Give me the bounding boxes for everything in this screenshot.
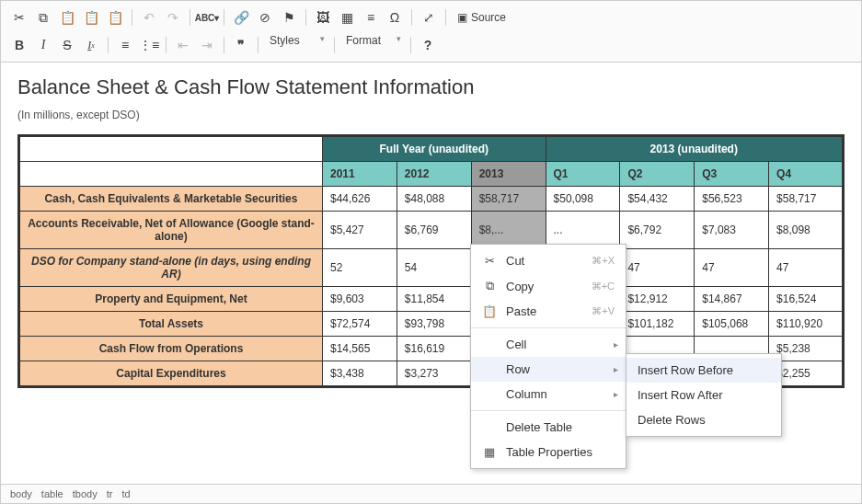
data-cell[interactable]: $7,083 — [695, 212, 769, 249]
table-icon[interactable]: ▦ — [336, 6, 358, 29]
col-header-selected: 2013 — [471, 162, 546, 187]
content-area[interactable]: Balance Sheet & Cash Flow Statement Info… — [1, 63, 861, 487]
data-cell[interactable]: 47 — [769, 249, 844, 287]
redo-icon[interactable]: ↷ — [162, 6, 184, 29]
image-icon[interactable]: 🖼 — [312, 6, 334, 29]
ctx-insert-row-before[interactable]: Insert Row Before — [626, 358, 781, 383]
path-segment[interactable]: body — [10, 488, 32, 499]
bold-icon[interactable]: B — [8, 34, 30, 56]
ctx-cut[interactable]: ✂ Cut ⌘+X — [471, 248, 626, 273]
data-cell[interactable]: $14,867 — [695, 287, 769, 312]
data-cell[interactable]: $93,798 — [397, 312, 471, 337]
data-cell[interactable]: 47 — [695, 249, 769, 287]
cut-icon[interactable]: ✂ — [8, 6, 30, 29]
data-cell[interactable]: $3,438 — [323, 361, 397, 387]
paste-word-icon[interactable]: 📋 — [104, 6, 126, 29]
data-cell[interactable]: $44,626 — [323, 187, 397, 212]
ctx-delete-rows[interactable]: Delete Rows — [626, 407, 781, 432]
data-cell[interactable]: $14,565 — [323, 337, 397, 361]
data-cell[interactable]: $16,524 — [769, 287, 844, 312]
ctx-label: Copy — [506, 280, 582, 293]
ctx-copy[interactable]: ⧉ Copy ⌘+C — [471, 273, 626, 299]
table-row[interactable]: DSO for Company stand-alone (in days, us… — [19, 249, 844, 287]
italic-icon[interactable]: I — [32, 34, 54, 56]
strike-icon[interactable]: S — [56, 34, 78, 56]
balance-sheet-table[interactable]: Full Year (unaudited) 2013 (unaudited) 2… — [17, 134, 845, 388]
row-label: Capital Expenditures — [19, 361, 323, 387]
data-cell[interactable]: $6,792 — [620, 212, 695, 249]
separator — [334, 37, 335, 53]
data-cell[interactable]: $50,098 — [546, 187, 620, 212]
copy-icon[interactable]: ⧉ — [32, 6, 54, 29]
ctx-cell[interactable]: Cell — [471, 332, 626, 357]
data-cell[interactable]: $6,769 — [397, 212, 471, 249]
undo-icon[interactable]: ↶ — [138, 6, 160, 29]
link-icon[interactable]: 🔗 — [230, 6, 252, 29]
ctx-column[interactable]: Column — [471, 382, 626, 407]
table-row[interactable]: Cash, Cash Equivalents & Marketable Secu… — [19, 187, 844, 212]
removeformat-icon[interactable]: Ix — [80, 34, 102, 56]
context-menu[interactable]: ✂ Cut ⌘+X ⧉ Copy ⌘+C 📋 Paste ⌘+V Cell — [470, 244, 626, 469]
unlink-icon[interactable]: ⊘ — [254, 6, 276, 29]
path-segment[interactable]: tbody — [73, 488, 98, 499]
data-cell[interactable]: $48,088 — [397, 187, 471, 212]
path-segment[interactable]: tr — [107, 488, 113, 499]
ctx-label: Insert Row Before — [638, 363, 770, 377]
path-segment[interactable]: td — [121, 488, 130, 499]
separator — [108, 37, 109, 53]
data-cell-selected[interactable]: $58,717 — [471, 187, 546, 212]
format-combo[interactable]: Format — [340, 34, 405, 56]
row-label: Property and Equipment, Net — [19, 287, 323, 312]
maximize-icon[interactable]: ⤢ — [418, 6, 440, 29]
data-cell[interactable]: $58,717 — [769, 187, 844, 212]
row-label: Accounts Receivable, Net of Allowance (G… — [19, 212, 323, 249]
data-cell[interactable]: $16,619 — [397, 337, 471, 361]
outdent-icon[interactable]: ⇤ — [172, 34, 194, 56]
data-cell[interactable]: $110,920 — [769, 312, 844, 337]
separator — [411, 9, 412, 26]
hr-icon[interactable]: ≡ — [360, 6, 382, 29]
data-cell[interactable]: $5,427 — [323, 212, 397, 249]
data-cell[interactable]: $12,912 — [620, 287, 695, 312]
data-cell[interactable]: $56,523 — [695, 187, 769, 212]
table-row[interactable]: Accounts Receivable, Net of Allowance (G… — [19, 212, 844, 249]
about-icon[interactable]: ? — [417, 34, 439, 56]
indent-icon[interactable]: ⇥ — [196, 34, 218, 56]
ctx-insert-row-after[interactable]: Insert Row After — [626, 383, 781, 407]
table-row[interactable]: Total Assets $72,574 $93,798 $1 $101,182… — [19, 312, 844, 337]
table-icon: ▦ — [482, 445, 497, 459]
ctx-delete-table[interactable]: Delete Table — [471, 415, 626, 440]
table-row[interactable]: Property and Equipment, Net $9,603 $11,8… — [19, 287, 844, 312]
data-cell[interactable]: $105,068 — [695, 312, 769, 337]
data-cell[interactable]: $3,273 — [397, 361, 471, 387]
data-cell[interactable]: $101,182 — [620, 312, 695, 337]
ctx-table-properties[interactable]: ▦ Table Properties — [471, 440, 626, 464]
row-submenu[interactable]: Insert Row Before Insert Row After Delet… — [626, 353, 782, 437]
data-cell[interactable]: 54 — [397, 249, 471, 287]
paste-icon: 📋 — [482, 304, 497, 318]
toolbar-row-2: B I S Ix ≡ ⋮≡ ⇤ ⇥ ❞ Styles Format ? — [8, 32, 854, 58]
data-cell[interactable]: 47 — [620, 249, 695, 287]
data-cell[interactable]: $9,603 — [323, 287, 397, 312]
ctx-shortcut: ⌘+C — [592, 281, 615, 292]
paste-text-icon[interactable]: 📋 — [80, 6, 102, 29]
numberedlist-icon[interactable]: ≡ — [114, 34, 136, 56]
row-label: Cash Flow from Operations — [19, 337, 323, 361]
blockquote-icon[interactable]: ❞ — [230, 34, 252, 56]
spellcheck-icon[interactable]: ABС▾ — [196, 6, 218, 29]
data-cell[interactable]: $54,432 — [620, 187, 695, 212]
data-cell[interactable]: $11,854 — [397, 287, 471, 312]
source-button[interactable]: ▣ Source — [452, 6, 511, 29]
styles-combo[interactable]: Styles — [264, 34, 328, 56]
separator — [132, 9, 132, 26]
anchor-icon[interactable]: ⚑ — [278, 6, 300, 29]
ctx-row[interactable]: Row Insert Row Before Insert Row After D… — [471, 357, 626, 382]
ctx-paste[interactable]: 📋 Paste ⌘+V — [471, 299, 626, 324]
data-cell[interactable]: $72,574 — [323, 312, 397, 337]
paste-icon[interactable]: 📋 — [56, 6, 78, 29]
specialchar-icon[interactable]: Ω — [384, 6, 406, 29]
path-segment[interactable]: table — [41, 488, 63, 499]
data-cell[interactable]: $8,098 — [769, 212, 844, 249]
bulletlist-icon[interactable]: ⋮≡ — [138, 34, 160, 56]
data-cell[interactable]: 52 — [323, 249, 397, 287]
